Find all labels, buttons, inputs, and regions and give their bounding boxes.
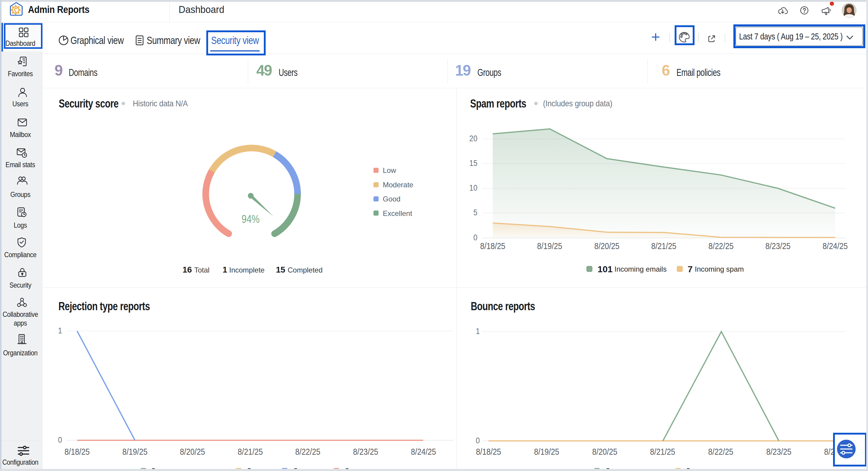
svg-text:Incoming emails: Incoming emails	[614, 265, 666, 273]
svg-text:8/18/25: 8/18/25	[480, 241, 505, 251]
svg-text:8/24/25: 8/24/25	[823, 241, 847, 251]
svg-text:8/19/25: 8/19/25	[537, 241, 562, 251]
svg-text:Excellent: Excellent	[383, 209, 412, 217]
svg-text:8/24/25: 8/24/25	[411, 447, 436, 457]
svg-text:Moderate: Moderate	[383, 181, 413, 189]
svg-text:15: 15	[276, 265, 285, 274]
svg-text:8/22/25: 8/22/25	[708, 241, 733, 251]
svg-text:0: 0	[476, 436, 480, 445]
svg-text:8/18/25: 8/18/25	[64, 447, 89, 457]
svg-text:8/23/25: 8/23/25	[765, 241, 790, 251]
svg-text:8/19/25: 8/19/25	[122, 447, 147, 457]
svg-text:8/20/25: 8/20/25	[594, 241, 619, 251]
svg-text:16: 16	[183, 265, 192, 274]
svg-text:8/21/25: 8/21/25	[650, 447, 675, 457]
svg-text:7: 7	[688, 264, 693, 274]
svg-text:8/18/25: 8/18/25	[476, 447, 501, 457]
svg-text:Incoming spam: Incoming spam	[695, 265, 744, 273]
svg-text:8/23/25: 8/23/25	[353, 447, 378, 457]
svg-text:Incomplete: Incomplete	[229, 266, 265, 274]
svg-text:8/23/25: 8/23/25	[766, 447, 791, 457]
svg-text:15: 15	[469, 158, 477, 167]
svg-text:8/22/25: 8/22/25	[295, 447, 320, 457]
svg-text:Total: Total	[194, 266, 210, 274]
svg-text:Low: Low	[383, 166, 396, 175]
svg-text:5: 5	[473, 208, 477, 217]
svg-text:8/21/25: 8/21/25	[238, 447, 262, 457]
svg-text:20: 20	[469, 134, 477, 143]
svg-text:8/22/25: 8/22/25	[708, 447, 733, 457]
svg-text:1: 1	[58, 326, 62, 335]
svg-text:0: 0	[58, 436, 62, 444]
svg-text:8/19/25: 8/19/25	[534, 447, 559, 457]
svg-text:1: 1	[223, 265, 227, 274]
svg-text:10: 10	[469, 183, 477, 192]
svg-text:Good: Good	[383, 195, 401, 203]
svg-text:1: 1	[476, 326, 480, 336]
svg-text:8/21/25: 8/21/25	[651, 241, 676, 251]
svg-text:8/20/25: 8/20/25	[180, 447, 205, 457]
svg-text:Completed: Completed	[288, 266, 322, 274]
svg-text:101: 101	[597, 264, 613, 274]
svg-text:8/20/25: 8/20/25	[592, 447, 617, 457]
svg-text:94%: 94%	[242, 213, 259, 225]
svg-text:0: 0	[473, 233, 477, 242]
